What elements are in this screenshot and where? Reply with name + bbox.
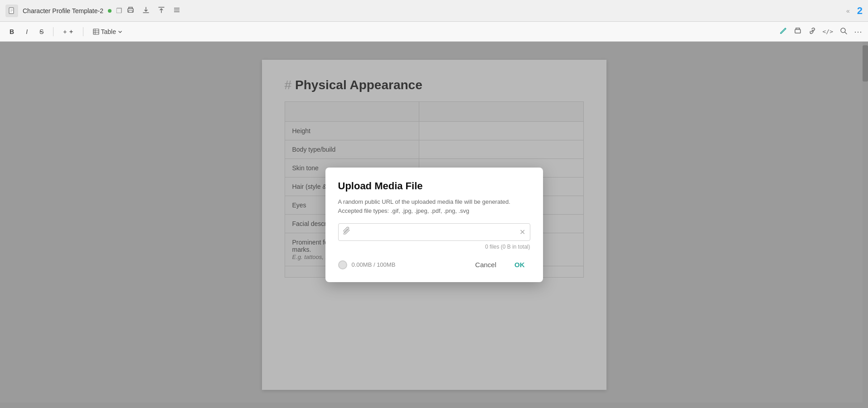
svg-rect-11: [93, 29, 99, 34]
search-toolbar-icon[interactable]: [839, 27, 848, 37]
dialog-footer: 0.00MB / 100MB Cancel OK: [338, 258, 530, 271]
menu-icon[interactable]: [173, 6, 181, 16]
doc-title: Character Profile Template-2: [23, 7, 103, 14]
top-bar: Character Profile Template-2 ❐ « 2: [0, 0, 868, 22]
progress-text: 0.00MB / 100MB: [352, 261, 396, 268]
download-icon[interactable]: [142, 6, 150, 16]
page-number: 2: [857, 5, 863, 17]
link-icon[interactable]: [808, 27, 816, 37]
attach-icon: [343, 226, 350, 238]
cancel-button[interactable]: Cancel: [470, 258, 502, 271]
progress-area: 0.00MB / 100MB: [338, 260, 396, 269]
table-button[interactable]: Table: [89, 26, 126, 38]
dialog-buttons: Cancel OK: [470, 258, 530, 271]
code-icon[interactable]: </>: [823, 28, 833, 35]
upload-dialog: Upload Media File A random public URL of…: [325, 168, 543, 282]
add-button[interactable]: +: [59, 26, 77, 38]
print-toolbar-icon[interactable]: [794, 27, 802, 37]
progress-circle: [338, 260, 347, 269]
file-count: 0 files (0 B in total): [338, 244, 530, 250]
toolbar-separator-2: [83, 27, 83, 36]
ok-button[interactable]: OK: [509, 258, 530, 271]
toolbar: B I S + Table </> ⋯: [0, 22, 868, 42]
toolbar-right: </> ⋯: [779, 27, 863, 37]
italic-button[interactable]: I: [22, 26, 32, 38]
top-bar-left: Character Profile Template-2 ❐: [5, 5, 842, 17]
duplicate-icon[interactable]: ❐: [116, 7, 122, 15]
svg-rect-15: [795, 29, 800, 33]
top-bar-right: « 2: [846, 5, 863, 17]
status-dot: [108, 9, 112, 13]
table-label: Table: [101, 28, 116, 35]
more-options-icon[interactable]: ⋯: [854, 27, 863, 37]
bold-button[interactable]: B: [5, 26, 18, 38]
doc-icon: [5, 5, 18, 17]
file-input-row: ✕: [338, 223, 530, 241]
dialog-title: Upload Media File: [338, 180, 530, 192]
modal-overlay: Upload Media File A random public URL of…: [0, 42, 868, 408]
pencil-icon[interactable]: [779, 27, 787, 37]
upload-icon[interactable]: [157, 6, 165, 16]
clear-icon[interactable]: ✕: [519, 228, 525, 236]
file-input[interactable]: [354, 229, 516, 236]
svg-line-17: [845, 32, 847, 34]
main-content: # Physical Appearance Height Body type/b…: [0, 42, 868, 408]
strikethrough-button[interactable]: S: [35, 26, 48, 38]
top-bar-icons: [126, 6, 181, 16]
print-icon[interactable]: [126, 6, 135, 16]
chevron-left-icon[interactable]: «: [846, 7, 850, 14]
dialog-description: A random public URL of the uploaded medi…: [338, 197, 530, 215]
toolbar-separator: [53, 27, 53, 36]
svg-rect-5: [129, 10, 132, 12]
